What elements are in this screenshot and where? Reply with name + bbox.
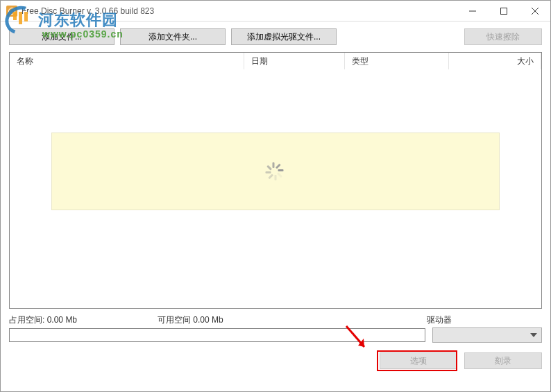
free-space-label: 可用空间 0.00 Mb bbox=[158, 314, 427, 326]
chevron-down-icon bbox=[530, 333, 537, 337]
window-controls bbox=[457, 1, 550, 22]
action-row: 选项 刻录 bbox=[1, 343, 550, 376]
quick-erase-button[interactable]: 快速擦除 bbox=[464, 28, 542, 45]
add-folder-button[interactable]: 添加文件夹... bbox=[120, 28, 226, 45]
column-name[interactable]: 名称 bbox=[10, 53, 244, 69]
maximize-button[interactable] bbox=[488, 1, 519, 22]
space-progress-bar bbox=[9, 328, 425, 342]
titlebar: Free Disc Burner v. 3.0.66 build 823 bbox=[1, 1, 550, 22]
column-date[interactable]: 日期 bbox=[244, 53, 345, 69]
drive-select[interactable] bbox=[432, 327, 542, 343]
close-button[interactable] bbox=[519, 1, 550, 22]
space-info-row: 占用空间: 0.00 Mb 可用空间 0.00 Mb 驱动器 bbox=[9, 314, 542, 326]
app-icon bbox=[6, 6, 17, 17]
column-type[interactable]: 类型 bbox=[345, 53, 449, 69]
column-size[interactable]: 大小 bbox=[449, 53, 541, 69]
burn-button[interactable]: 刻录 bbox=[464, 352, 542, 369]
loading-spinner-icon bbox=[265, 161, 286, 182]
drive-label: 驱动器 bbox=[427, 314, 542, 326]
svg-rect-1 bbox=[500, 8, 507, 14]
options-button[interactable]: 选项 bbox=[380, 352, 457, 369]
list-header: 名称 日期 类型 大小 bbox=[10, 53, 541, 69]
loading-overlay bbox=[51, 133, 500, 210]
file-list[interactable]: 名称 日期 类型 大小 bbox=[9, 52, 542, 309]
used-space-label: 占用空间: 0.00 Mb bbox=[9, 314, 158, 326]
add-virtual-drive-button[interactable]: 添加虚拟光驱文件... bbox=[231, 28, 337, 45]
minimize-button[interactable] bbox=[457, 1, 488, 22]
watermark-url: www.pc0359.cn bbox=[42, 28, 124, 40]
window-title: Free Disc Burner v. 3.0.66 build 823 bbox=[22, 6, 154, 16]
